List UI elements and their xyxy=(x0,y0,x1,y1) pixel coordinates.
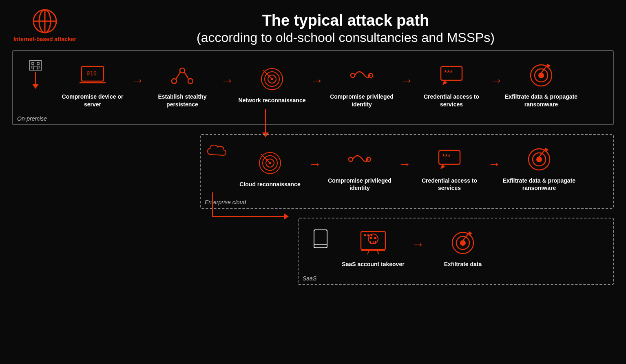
step-label-exfiltrate-1: Exfiltrate data & propagate ransomware xyxy=(504,93,578,108)
chat-stars-icon-2: *** xyxy=(436,145,462,174)
page-title-main: The typical attack path xyxy=(77,12,614,29)
arrow-5: → xyxy=(490,73,503,88)
step-cloud-recon: Cloud reconnaissance xyxy=(233,149,307,188)
svg-point-39 xyxy=(349,157,353,161)
attacker-label: Internet-based attacker xyxy=(13,36,76,42)
svg-point-57 xyxy=(370,237,372,239)
saas-label: SaaS xyxy=(303,275,316,282)
svg-point-32 xyxy=(538,73,544,78)
laptop-icon: 010 __ xyxy=(78,61,107,90)
svg-text:010: 010 xyxy=(86,70,97,77)
route-icon-2 xyxy=(347,145,373,174)
page: Internet-based attacker The typical atta… xyxy=(0,0,626,364)
svg-rect-4 xyxy=(30,60,41,70)
svg-point-58 xyxy=(374,237,376,239)
svg-point-16 xyxy=(188,79,193,84)
on-premise-label: On-premise xyxy=(17,115,47,122)
svg-rect-6 xyxy=(37,62,39,64)
step-label-exfiltrate-2: Exfiltrate data & propagate ransomware xyxy=(502,177,576,192)
svg-line-17 xyxy=(176,72,180,79)
chat-stars-icon: *** xyxy=(438,61,465,90)
svg-text:***: *** xyxy=(442,153,451,161)
graph-icon xyxy=(169,61,195,90)
svg-point-24 xyxy=(351,73,355,77)
svg-marker-43 xyxy=(440,164,445,169)
svg-point-15 xyxy=(172,79,177,84)
cloud-radar-icon xyxy=(257,149,283,177)
svg-rect-5 xyxy=(32,62,34,64)
step-compromise-identity: Compromise privileged identity xyxy=(325,61,398,108)
svg-rect-9 xyxy=(34,67,37,70)
main-layout: 010 __ Compromise device or server → xyxy=(12,50,614,285)
on-premise-box: 010 __ Compromise device or server → xyxy=(12,50,614,125)
step-label-credential-access: Credential access to services xyxy=(415,93,488,108)
arrow-3: → xyxy=(310,73,323,88)
svg-line-54 xyxy=(367,250,369,254)
route-icon xyxy=(349,61,375,90)
building-icon xyxy=(28,57,43,72)
step-label-compromise-identity-cloud: Compromise privileged identity xyxy=(323,177,396,192)
arrow-2: → xyxy=(221,73,234,88)
saas-steps: SaaS account takeover → xyxy=(336,225,607,280)
step-saas-takeover: SaaS account takeover xyxy=(336,229,410,268)
step-exfiltrate-3: Exfiltrate data xyxy=(426,229,500,268)
title-section: The typical attack path (according to ol… xyxy=(77,8,614,46)
step-credential-access: *** Credential access to services xyxy=(415,61,488,108)
svg-point-65 xyxy=(460,240,466,246)
arrow-6: → xyxy=(308,157,321,172)
step-exfiltrate-2: Exfiltrate data & propagate ransomware xyxy=(502,145,576,192)
step-label-saas-takeover: SaaS account takeover xyxy=(342,260,404,268)
step-label-credential-access-cloud: Credential access to services xyxy=(413,177,486,192)
arrow-8: → xyxy=(488,157,501,172)
target-icon-2 xyxy=(526,145,552,174)
arrow-9: → xyxy=(411,237,425,252)
step-label-network-recon: Network reconnaissance xyxy=(239,97,306,104)
svg-line-55 xyxy=(377,250,379,254)
cloud-steps: Cloud reconnaissance → xyxy=(233,141,607,204)
arrow-1: → xyxy=(131,73,144,88)
saas-box: SaaS account takeover → xyxy=(298,218,614,285)
attacker-section: Internet-based attacker xyxy=(12,8,77,42)
step-label-exfiltrate-3: Exfiltrate data xyxy=(444,260,482,268)
svg-point-62 xyxy=(371,234,373,236)
svg-line-18 xyxy=(184,72,188,79)
step-network-recon: Network reconnaissance xyxy=(235,65,309,104)
svg-point-14 xyxy=(180,68,185,73)
svg-point-47 xyxy=(536,157,542,162)
step-compromise-identity-cloud: Compromise privileged identity xyxy=(323,145,396,192)
radar-icon xyxy=(259,65,285,93)
step-compromise-device: 010 __ Compromise device or server xyxy=(56,61,129,108)
step-label-cloud-recon: Cloud reconnaissance xyxy=(239,181,300,188)
step-establish-persistence: Establish stealthy persistence xyxy=(146,61,219,108)
cloud-icon xyxy=(207,143,227,158)
arrow-7: → xyxy=(398,157,411,172)
svg-rect-50 xyxy=(314,230,327,248)
globe-icon xyxy=(32,8,58,34)
step-label-compromise-device: Compromise device or server xyxy=(56,93,129,108)
skull-monitor-icon xyxy=(359,229,387,257)
step-label-persistence: Establish stealthy persistence xyxy=(146,93,219,108)
svg-point-61 xyxy=(367,234,369,236)
arrow-4: → xyxy=(400,73,413,88)
page-title-sub: (according to old-school consultancies a… xyxy=(77,29,614,46)
target-icon-3 xyxy=(450,229,476,257)
tablet-icon xyxy=(313,229,328,249)
enterprise-cloud-box: Cloud reconnaissance → xyxy=(200,134,614,209)
svg-point-60 xyxy=(364,234,366,236)
on-premise-steps: 010 __ Compromise device or server → xyxy=(56,57,607,120)
target-icon xyxy=(528,61,554,90)
svg-text:__: __ xyxy=(86,77,91,82)
header: Internet-based attacker The typical atta… xyxy=(12,8,614,46)
step-exfiltrate-1: Exfiltrate data & propagate ransomware xyxy=(504,61,578,108)
step-label-compromise-identity: Compromise privileged identity xyxy=(325,93,398,108)
svg-marker-28 xyxy=(442,80,447,85)
svg-text:***: *** xyxy=(444,69,453,77)
step-credential-access-cloud: *** Credential access to services xyxy=(413,145,486,192)
enterprise-cloud-label: Enterprise cloud xyxy=(205,199,246,205)
